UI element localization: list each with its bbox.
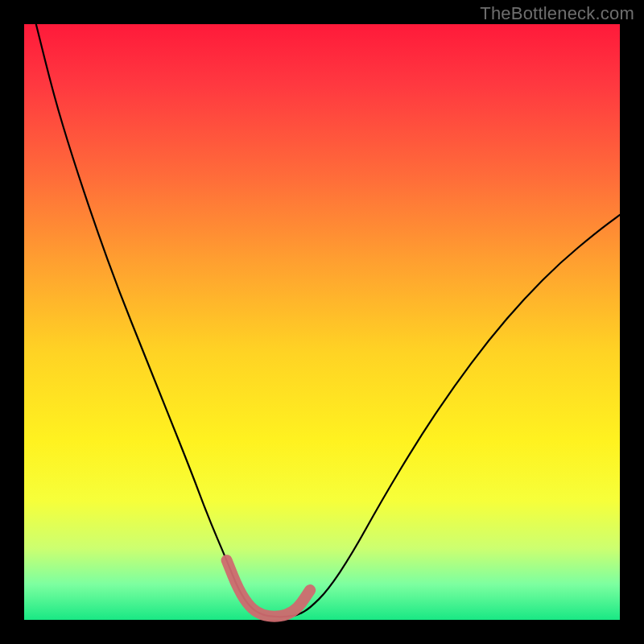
bottleneck-chart <box>0 0 644 644</box>
chart-frame: TheBottleneck.com <box>0 0 644 644</box>
plot-background <box>24 24 620 620</box>
watermark-text: TheBottleneck.com <box>480 3 634 24</box>
